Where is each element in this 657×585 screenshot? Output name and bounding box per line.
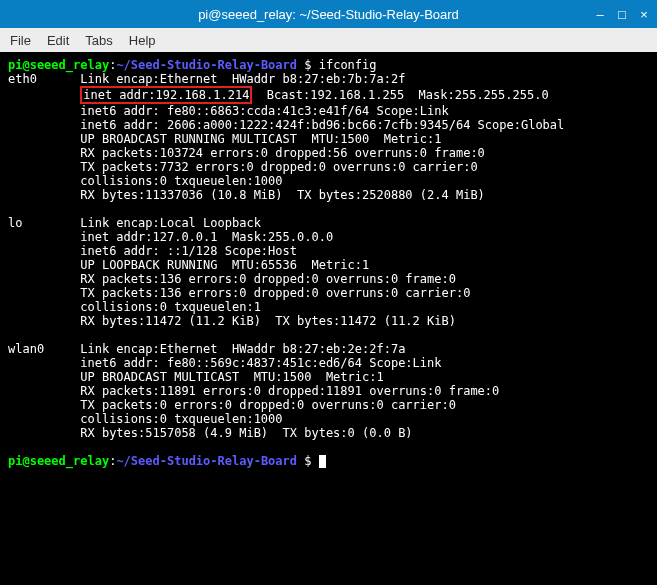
wlan0-line-6: collisions:0 txqueuelen:1000 [8, 412, 283, 426]
prompt-dollar-2: $ [297, 454, 319, 468]
minimize-button[interactable]: – [593, 7, 607, 21]
lo-line-4: UP LOOPBACK RUNNING MTU:65536 Metric:1 [8, 258, 369, 272]
menu-edit[interactable]: Edit [47, 33, 69, 48]
eth0-line-5: UP BROADCAST RUNNING MULTICAST MTU:1500 … [8, 132, 441, 146]
lo-line-5: RX packets:136 errors:0 dropped:0 overru… [8, 272, 456, 286]
prompt-user-host: pi@seeed_relay [8, 58, 109, 72]
eth0-line-6: RX packets:103724 errors:0 dropped:56 ov… [8, 146, 485, 160]
wlan0-line-4: RX packets:11891 errors:0 dropped:11891 … [8, 384, 499, 398]
wlan0-line-3: UP BROADCAST MULTICAST MTU:1500 Metric:1 [8, 370, 384, 384]
wlan0-line-1: wlan0 Link encap:Ethernet HWaddr b8:27:e… [8, 342, 405, 356]
lo-line-7: collisions:0 txqueuelen:1 [8, 300, 261, 314]
eth0-line-2-rest: Bcast:192.168.1.255 Mask:255.255.255.0 [252, 88, 548, 102]
lo-line-8: RX bytes:11472 (11.2 KiB) TX bytes:11472… [8, 314, 456, 328]
titlebar: pi@seeed_relay: ~/Seed-Studio-Relay-Boar… [0, 0, 657, 28]
eth0-line-8: collisions:0 txqueuelen:1000 [8, 174, 283, 188]
menu-file[interactable]: File [10, 33, 31, 48]
lo-line-2: inet addr:127.0.0.1 Mask:255.0.0.0 [8, 230, 333, 244]
prompt-path: ~/Seed-Studio-Relay-Board [116, 58, 297, 72]
window-controls: – □ × [593, 7, 651, 21]
prompt-line-1: pi@seeed_relay:~/Seed-Studio-Relay-Board… [8, 58, 377, 72]
eth0-line-3: inet6 addr: fe80::6863:ccda:41c3:e41f/64… [8, 104, 449, 118]
lo-line-3: inet6 addr: ::1/128 Scope:Host [8, 244, 297, 258]
menu-help[interactable]: Help [129, 33, 156, 48]
prompt-dollar: $ [297, 58, 319, 72]
close-button[interactable]: × [637, 7, 651, 21]
lo-line-6: TX packets:136 errors:0 dropped:0 overru… [8, 286, 470, 300]
eth0-line-7: TX packets:7732 errors:0 dropped:0 overr… [8, 160, 478, 174]
inet-addr-highlight: inet addr:192.168.1.214 [80, 86, 252, 104]
command-ifconfig: ifconfig [319, 58, 377, 72]
terminal[interactable]: pi@seeed_relay:~/Seed-Studio-Relay-Board… [0, 52, 657, 585]
maximize-button[interactable]: □ [615, 7, 629, 21]
eth0-line-4: inet6 addr: 2606:a000:1222:424f:bd96:bc6… [8, 118, 564, 132]
prompt-path-2: ~/Seed-Studio-Relay-Board [116, 454, 297, 468]
prompt-user-host-2: pi@seeed_relay [8, 454, 109, 468]
prompt-line-2: pi@seeed_relay:~/Seed-Studio-Relay-Board… [8, 454, 319, 468]
menubar: File Edit Tabs Help [0, 28, 657, 52]
eth0-line-1: eth0 Link encap:Ethernet HWaddr b8:27:eb… [8, 72, 405, 86]
eth0-indent [8, 88, 80, 102]
wlan0-line-7: RX bytes:5157058 (4.9 MiB) TX bytes:0 (0… [8, 426, 413, 440]
lo-line-1: lo Link encap:Local Loopback [8, 216, 261, 230]
eth0-line-9: RX bytes:11337036 (10.8 MiB) TX bytes:25… [8, 188, 485, 202]
wlan0-line-5: TX packets:0 errors:0 dropped:0 overruns… [8, 398, 456, 412]
menu-tabs[interactable]: Tabs [85, 33, 112, 48]
window-title: pi@seeed_relay: ~/Seed-Studio-Relay-Boar… [198, 7, 459, 22]
wlan0-line-2: inet6 addr: fe80::569c:4837:451c:ed6/64 … [8, 356, 441, 370]
cursor [319, 455, 326, 468]
